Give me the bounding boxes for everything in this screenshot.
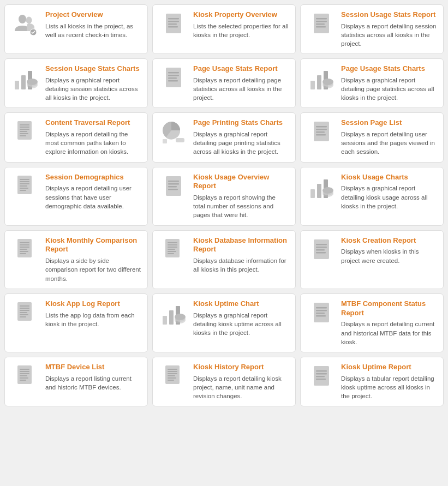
card-kiosk-creation-report[interactable]: Kiosk Creation Report Displays when kios… — [300, 230, 444, 289]
card-title-kiosk-uptime-report: Kiosk Uptime Report — [341, 363, 437, 372]
card-desc-kiosk-property-overview: Lists the selected properties for all ki… — [193, 22, 289, 39]
document-icon — [307, 236, 336, 265]
svg-rect-75 — [168, 251, 176, 252]
card-content-mtbf-component-status-report: MTBF Component Status Report Displays a … — [341, 299, 437, 346]
card-title-page-printing-stats-charts: Page Printing Stats Charts — [193, 118, 289, 128]
svg-rect-100 — [17, 365, 32, 384]
card-session-page-list[interactable]: Session Page List Displays a report deta… — [300, 112, 444, 162]
document-icon — [159, 10, 188, 39]
svg-rect-50 — [20, 188, 28, 189]
card-mtbf-component-status-report[interactable]: MTBF Component Status Report Displays a … — [300, 293, 444, 352]
document-lines-icon — [11, 299, 40, 328]
svg-rect-105 — [20, 377, 28, 379]
svg-rect-11 — [316, 23, 325, 25]
card-title-session-usage-stats-charts: Session Usage Stats Charts — [45, 64, 141, 74]
card-desc-mtbf-component-status-report: Displays a report detailing current and … — [341, 320, 437, 346]
card-mtbf-device-list[interactable]: MTBF Device List Displays a report listi… — [4, 357, 148, 406]
card-title-kiosk-usage-overview-report: Kiosk Usage Overview Report — [193, 173, 289, 191]
card-content-kiosk-monthly-comparison-report: Kiosk Monthly Comparison Report Displays… — [45, 236, 141, 283]
card-kiosk-database-information-report[interactable]: Kiosk Database Information Report Displa… — [152, 230, 296, 289]
card-title-session-demographics: Session Demographics — [45, 173, 141, 182]
card-title-kiosk-app-log-report: Kiosk App Log Report — [45, 299, 141, 309]
svg-rect-63 — [17, 239, 32, 257]
card-page-usage-stats-report[interactable]: Page Usage Stats Report Displays a repor… — [152, 58, 296, 108]
document-icon — [159, 64, 188, 93]
svg-rect-116 — [316, 373, 327, 375]
document-icon — [307, 363, 336, 391]
svg-rect-5 — [168, 21, 179, 22]
svg-rect-6 — [168, 23, 177, 25]
card-session-usage-stats-charts[interactable]: Session Usage Stats Charts Displays a gr… — [4, 58, 148, 108]
svg-rect-76 — [168, 253, 174, 254]
svg-rect-24 — [310, 81, 315, 89]
document-lines-icon — [11, 173, 40, 201]
svg-rect-22 — [168, 77, 177, 79]
card-desc-page-usage-stats-charts: Displays a graphical report detailing pa… — [341, 76, 437, 102]
card-desc-session-demographics: Displays a report detailing user session… — [45, 184, 141, 210]
card-desc-kiosk-monthly-comparison-report: Displays a side by side comparison repor… — [45, 256, 141, 283]
card-kiosk-uptime-report[interactable]: Kiosk Uptime Report Displays a tabular r… — [300, 357, 444, 406]
svg-rect-82 — [17, 302, 32, 321]
svg-rect-23 — [168, 80, 178, 82]
svg-point-29 — [322, 79, 333, 85]
card-kiosk-history-report[interactable]: Kiosk History Report Displays a report d… — [152, 357, 296, 406]
svg-rect-96 — [316, 307, 327, 309]
card-kiosk-uptime-chart[interactable]: Kiosk Uptime Chart Displays a graphical … — [152, 293, 296, 352]
card-kiosk-usage-overview-report[interactable]: Kiosk Usage Overview Report Displays a r… — [152, 167, 296, 226]
svg-rect-32 — [20, 127, 29, 128]
document-lines-icon — [11, 118, 40, 147]
document-icon — [159, 173, 188, 201]
card-title-session-usage-stats-report: Session Usage Stats Report — [341, 10, 437, 20]
svg-rect-38 — [163, 139, 167, 143]
card-content-traversal-report[interactable]: Content Traversal Report Displays a repo… — [4, 112, 148, 162]
svg-rect-53 — [168, 181, 179, 182]
chart-pie-icon — [159, 118, 188, 147]
document-lines-icon — [11, 363, 40, 391]
card-kiosk-app-log-report[interactable]: Kiosk App Log Report Lists the app log d… — [4, 293, 148, 352]
svg-rect-44 — [316, 134, 326, 136]
card-content-page-printing-stats-charts: Page Printing Stats Charts Displays a gr… — [193, 118, 289, 156]
reports-grid: Project Overview Lists all kiosks in the… — [4, 4, 444, 406]
card-desc-kiosk-app-log-report: Lists the app log data from each kiosk i… — [45, 311, 141, 328]
svg-rect-84 — [20, 308, 29, 309]
svg-rect-69 — [20, 253, 26, 254]
card-title-kiosk-usage-charts: Kiosk Usage Charts — [341, 173, 437, 182]
svg-rect-31 — [20, 124, 29, 125]
card-desc-session-usage-stats-charts: Displays a graphical report detailing se… — [45, 76, 141, 102]
svg-rect-41 — [316, 126, 327, 128]
svg-rect-79 — [316, 247, 327, 248]
svg-rect-54 — [168, 183, 179, 185]
card-project-overview[interactable]: Project Overview Lists all kiosks in the… — [4, 4, 148, 54]
chart-bar-icon — [307, 64, 336, 93]
svg-rect-110 — [168, 373, 177, 374]
card-content-session-usage-stats-charts: Session Usage Stats Charts Displays a gr… — [45, 64, 141, 102]
svg-rect-34 — [20, 131, 27, 132]
svg-rect-25 — [317, 75, 321, 89]
svg-rect-55 — [168, 186, 177, 188]
card-title-kiosk-creation-report: Kiosk Creation Report — [341, 236, 437, 245]
card-page-usage-stats-charts[interactable]: Page Usage Stats Charts Displays a graph… — [300, 58, 444, 108]
card-content-kiosk-creation-report: Kiosk Creation Report Displays when kios… — [341, 236, 437, 265]
svg-rect-35 — [20, 133, 28, 134]
svg-point-1 — [26, 17, 32, 24]
svg-rect-33 — [20, 129, 29, 130]
svg-rect-14 — [21, 75, 26, 89]
svg-point-94 — [175, 314, 186, 320]
card-kiosk-property-overview[interactable]: Kiosk Property Overview Lists the select… — [152, 4, 296, 54]
card-content-session-usage-stats-report: Session Usage Stats Report Displays a re… — [341, 10, 437, 48]
svg-rect-20 — [168, 72, 179, 74]
card-title-content-traversal-report: Content Traversal Report — [45, 118, 141, 128]
svg-rect-73 — [168, 247, 177, 248]
svg-rect-10 — [316, 21, 327, 22]
chart-bar-icon — [11, 64, 40, 93]
card-kiosk-usage-charts[interactable]: Kiosk Usage Charts Displays a graphical … — [300, 167, 444, 226]
card-session-demographics[interactable]: Session Demographics Displays a report d… — [4, 167, 148, 226]
card-content-session-page-list: Session Page List Displays a report deta… — [341, 118, 437, 156]
card-desc-kiosk-usage-overview-report: Displays a report showing the total numb… — [193, 193, 289, 219]
card-content-kiosk-usage-charts: Kiosk Usage Charts Displays a graphical … — [341, 173, 437, 211]
card-desc-kiosk-uptime-report: Displays a tabular report detailing kios… — [341, 374, 437, 400]
svg-rect-36 — [20, 135, 26, 136]
card-kiosk-monthly-comparison-report[interactable]: Kiosk Monthly Comparison Report Displays… — [4, 230, 148, 289]
card-page-printing-stats-charts[interactable]: Page Printing Stats Charts Displays a gr… — [152, 112, 296, 162]
card-session-usage-stats-report[interactable]: Session Usage Stats Report Displays a re… — [300, 4, 444, 54]
